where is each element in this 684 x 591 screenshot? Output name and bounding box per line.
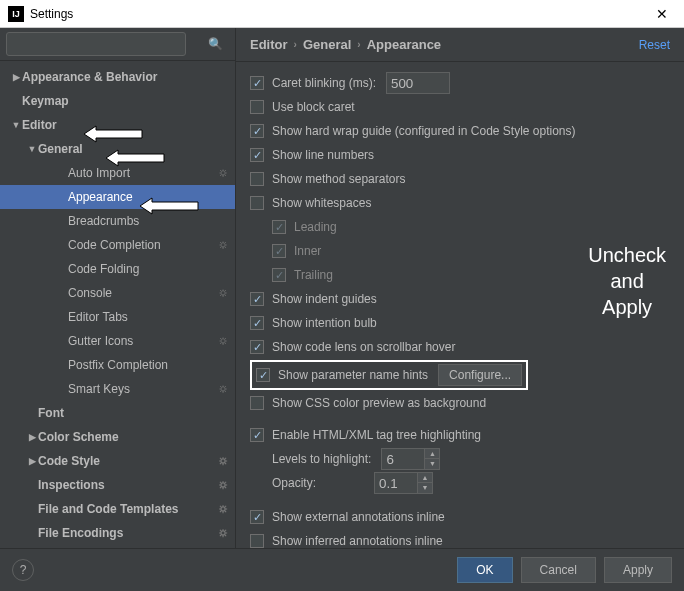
opacity-spinner[interactable]: ▲▼	[374, 472, 433, 494]
leading-checkbox[interactable]	[272, 220, 286, 234]
sidebar-item-smart-keys[interactable]: Smart Keys⛭	[0, 377, 235, 401]
configure-button[interactable]: Configure...	[438, 364, 522, 386]
block-caret-checkbox[interactable]	[250, 100, 264, 114]
sidebar-item-color-scheme[interactable]: ▶Color Scheme	[0, 425, 235, 449]
project-scope-icon: ⛭	[218, 335, 229, 347]
css-preview-label: Show CSS color preview as background	[272, 396, 486, 410]
caret-blinking-label: Caret blinking (ms):	[272, 76, 376, 90]
project-scope-icon: ⛭	[218, 527, 229, 539]
apply-button[interactable]: Apply	[604, 557, 672, 583]
opacity-up-icon[interactable]: ▲	[418, 473, 432, 483]
sidebar-item-label: Gutter Icons	[68, 334, 218, 348]
search-icon: 🔍	[208, 37, 223, 51]
sidebar: 🔍 ▶Appearance & BehaviorKeymap▼Editor▼Ge…	[0, 28, 236, 548]
levels-up-icon[interactable]: ▲	[425, 449, 439, 459]
method-separators-checkbox[interactable]	[250, 172, 264, 186]
sidebar-item-gutter-icons[interactable]: Gutter Icons⛭	[0, 329, 235, 353]
sidebar-item-code-completion[interactable]: Code Completion⛭	[0, 233, 235, 257]
breadcrumb: Editor › General › Appearance Reset	[236, 28, 684, 62]
inferred-annotations-checkbox[interactable]	[250, 534, 264, 548]
whitespaces-checkbox[interactable]	[250, 196, 264, 210]
trailing-label: Trailing	[294, 268, 333, 282]
project-scope-icon: ⛭	[218, 479, 229, 491]
sidebar-item-file-encodings[interactable]: File Encodings⛭	[0, 521, 235, 545]
sidebar-item-editor[interactable]: ▼Editor	[0, 113, 235, 137]
block-caret-label: Use block caret	[272, 100, 355, 114]
whitespaces-label: Show whitespaces	[272, 196, 371, 210]
code-lens-checkbox[interactable]	[250, 340, 264, 354]
sidebar-item-breadcrumbs[interactable]: Breadcrumbs	[0, 209, 235, 233]
levels-input[interactable]	[381, 448, 425, 470]
sidebar-item-appearance-behavior[interactable]: ▶Appearance & Behavior	[0, 65, 235, 89]
sidebar-item-label: Code Completion	[68, 238, 218, 252]
ext-annotations-checkbox[interactable]	[250, 510, 264, 524]
sidebar-item-label: Color Scheme	[38, 430, 229, 444]
chevron-right-icon: ▶	[26, 456, 38, 466]
sidebar-item-label: Postfix Completion	[68, 358, 229, 372]
sidebar-item-label: Inspections	[38, 478, 218, 492]
line-numbers-label: Show line numbers	[272, 148, 374, 162]
breadcrumb-appearance: Appearance	[367, 37, 441, 52]
help-button[interactable]: ?	[12, 559, 34, 581]
intention-bulb-label: Show intention bulb	[272, 316, 377, 330]
sidebar-item-code-style[interactable]: ▶Code Style⛭	[0, 449, 235, 473]
hard-wrap-checkbox[interactable]	[250, 124, 264, 138]
sidebar-item-auto-import[interactable]: Auto Import⛭	[0, 161, 235, 185]
inferred-annotations-label: Show inferred annotations inline	[272, 534, 443, 548]
intention-bulb-checkbox[interactable]	[250, 316, 264, 330]
close-button[interactable]: ✕	[648, 6, 676, 22]
chevron-down-icon: ▼	[26, 144, 38, 154]
sidebar-item-file-and-code-templates[interactable]: File and Code Templates⛭	[0, 497, 235, 521]
sidebar-item-label: Editor	[22, 118, 229, 132]
reset-link[interactable]: Reset	[639, 38, 670, 52]
caret-blinking-input[interactable]	[386, 72, 450, 94]
trailing-checkbox[interactable]	[272, 268, 286, 282]
sidebar-item-console[interactable]: Console⛭	[0, 281, 235, 305]
param-hints-label: Show parameter name hints	[278, 368, 428, 382]
sidebar-item-postfix-completion[interactable]: Postfix Completion	[0, 353, 235, 377]
indent-guides-checkbox[interactable]	[250, 292, 264, 306]
html-highlight-checkbox[interactable]	[250, 428, 264, 442]
project-scope-icon: ⛭	[218, 455, 229, 467]
sidebar-item-label: Smart Keys	[68, 382, 218, 396]
sidebar-item-code-folding[interactable]: Code Folding	[0, 257, 235, 281]
settings-tree: ▶Appearance & BehaviorKeymap▼Editor▼Gene…	[0, 61, 235, 548]
cancel-button[interactable]: Cancel	[521, 557, 596, 583]
sidebar-item-general[interactable]: ▼General	[0, 137, 235, 161]
param-hints-checkbox[interactable]	[256, 368, 270, 382]
sidebar-item-label: Appearance	[68, 190, 229, 204]
sidebar-item-label: Breadcrumbs	[68, 214, 229, 228]
titlebar: IJ Settings ✕	[0, 0, 684, 28]
app-icon: IJ	[8, 6, 24, 22]
sidebar-item-label: Console	[68, 286, 218, 300]
chevron-right-icon: ›	[357, 39, 360, 50]
line-numbers-checkbox[interactable]	[250, 148, 264, 162]
opacity-down-icon[interactable]: ▼	[418, 483, 432, 493]
settings-panel: Caret blinking (ms): Use block caret Sho…	[236, 62, 684, 548]
footer: ? OK Cancel Apply	[0, 548, 684, 590]
chevron-right-icon: ▶	[26, 432, 38, 442]
leading-label: Leading	[294, 220, 337, 234]
sidebar-item-label: Code Style	[38, 454, 218, 468]
sidebar-item-editor-tabs[interactable]: Editor Tabs	[0, 305, 235, 329]
levels-down-icon[interactable]: ▼	[425, 459, 439, 469]
sidebar-item-appearance[interactable]: Appearance	[0, 185, 235, 209]
opacity-input[interactable]	[374, 472, 418, 494]
sidebar-item-inspections[interactable]: Inspections⛭	[0, 473, 235, 497]
breadcrumb-editor[interactable]: Editor	[250, 37, 288, 52]
levels-spinner[interactable]: ▲▼	[381, 448, 440, 470]
project-scope-icon: ⛭	[218, 503, 229, 515]
breadcrumb-general[interactable]: General	[303, 37, 351, 52]
sidebar-item-keymap[interactable]: Keymap	[0, 89, 235, 113]
method-separators-label: Show method separators	[272, 172, 405, 186]
caret-blinking-checkbox[interactable]	[250, 76, 264, 90]
sidebar-item-label: General	[38, 142, 229, 156]
search-input[interactable]	[6, 32, 186, 56]
window-title: Settings	[30, 7, 648, 21]
sidebar-item-font[interactable]: Font	[0, 401, 235, 425]
html-highlight-label: Enable HTML/XML tag tree highlighting	[272, 428, 481, 442]
indent-guides-label: Show indent guides	[272, 292, 377, 306]
css-preview-checkbox[interactable]	[250, 396, 264, 410]
ok-button[interactable]: OK	[457, 557, 512, 583]
inner-checkbox[interactable]	[272, 244, 286, 258]
